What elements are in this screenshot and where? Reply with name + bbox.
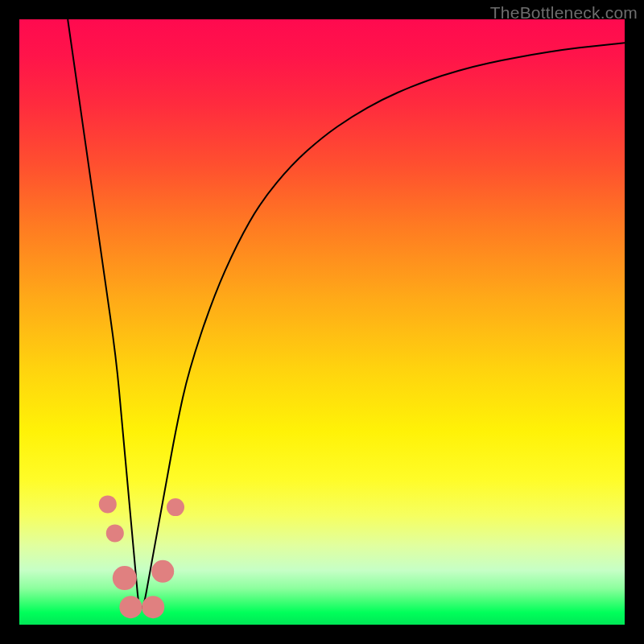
curve-marker [119,596,142,618]
bottleneck-curve-path [68,19,625,608]
curve-marker [106,524,124,542]
curve-marker [99,495,117,513]
curve-marker [151,560,174,583]
curve-marker [113,566,137,590]
curve-marker [142,596,164,618]
plot-area [19,19,625,625]
curve-marker [167,498,184,516]
bottleneck-curve [19,19,625,625]
chart-frame: TheBottleneck.com [0,0,644,644]
